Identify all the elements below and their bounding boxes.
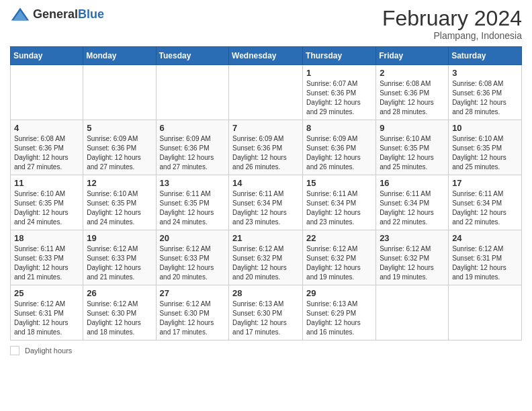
day-info: Sunrise: 6:08 AM Sunset: 6:36 PM Dayligh… bbox=[452, 79, 518, 117]
calendar-cell: 2Sunrise: 6:08 AM Sunset: 6:36 PM Daylig… bbox=[376, 65, 449, 120]
footer: Daylight hours bbox=[10, 346, 522, 355]
day-info: Sunrise: 6:12 AM Sunset: 6:30 PM Dayligh… bbox=[160, 300, 226, 337]
title-block: February 2024 Plampang, Indonesia bbox=[382, 7, 522, 41]
day-number: 26 bbox=[87, 288, 152, 298]
weekday-header-monday: Monday bbox=[83, 47, 156, 65]
day-number: 16 bbox=[380, 178, 445, 188]
calendar-cell: 12Sunrise: 6:10 AM Sunset: 6:35 PM Dayli… bbox=[83, 175, 156, 230]
day-info: Sunrise: 6:09 AM Sunset: 6:36 PM Dayligh… bbox=[87, 134, 152, 172]
calendar-cell bbox=[11, 65, 83, 120]
calendar-cell bbox=[229, 65, 303, 120]
week-row-1: 1Sunrise: 6:07 AM Sunset: 6:36 PM Daylig… bbox=[11, 65, 522, 120]
day-number: 9 bbox=[380, 123, 445, 133]
day-number: 22 bbox=[306, 233, 372, 243]
day-info: Sunrise: 6:12 AM Sunset: 6:32 PM Dayligh… bbox=[232, 244, 299, 282]
day-number: 4 bbox=[14, 123, 79, 133]
day-info: Sunrise: 6:11 AM Sunset: 6:34 PM Dayligh… bbox=[306, 189, 372, 227]
calendar-cell: 4Sunrise: 6:08 AM Sunset: 6:36 PM Daylig… bbox=[11, 120, 83, 175]
logo-blue: Blue bbox=[78, 7, 104, 21]
day-number: 11 bbox=[14, 178, 79, 188]
day-number: 18 bbox=[14, 233, 79, 243]
day-number: 13 bbox=[160, 178, 226, 188]
day-number: 28 bbox=[232, 288, 299, 298]
calendar-cell: 3Sunrise: 6:08 AM Sunset: 6:36 PM Daylig… bbox=[449, 65, 522, 120]
week-row-5: 25Sunrise: 6:12 AM Sunset: 6:31 PM Dayli… bbox=[11, 285, 522, 340]
weekday-header-saturday: Saturday bbox=[449, 47, 522, 65]
day-info: Sunrise: 6:11 AM Sunset: 6:33 PM Dayligh… bbox=[14, 244, 79, 282]
weekday-header-tuesday: Tuesday bbox=[156, 47, 229, 65]
day-info: Sunrise: 6:09 AM Sunset: 6:36 PM Dayligh… bbox=[306, 134, 372, 172]
month-year-title: February 2024 bbox=[382, 7, 522, 30]
calendar-cell: 10Sunrise: 6:10 AM Sunset: 6:35 PM Dayli… bbox=[449, 120, 522, 175]
location-subtitle: Plampang, Indonesia bbox=[382, 30, 522, 41]
logo-general: General bbox=[33, 7, 78, 21]
day-info: Sunrise: 6:08 AM Sunset: 6:36 PM Dayligh… bbox=[380, 79, 445, 117]
calendar-cell: 15Sunrise: 6:11 AM Sunset: 6:34 PM Dayli… bbox=[303, 175, 376, 230]
logo-text: GeneralBlue bbox=[33, 7, 104, 21]
weekday-header-row: SundayMondayTuesdayWednesdayThursdayFrid… bbox=[11, 47, 522, 65]
calendar-cell: 22Sunrise: 6:12 AM Sunset: 6:32 PM Dayli… bbox=[303, 230, 376, 285]
day-info: Sunrise: 6:11 AM Sunset: 6:34 PM Dayligh… bbox=[380, 189, 445, 227]
day-number: 27 bbox=[160, 288, 226, 298]
calendar-cell: 28Sunrise: 6:13 AM Sunset: 6:30 PM Dayli… bbox=[229, 285, 303, 340]
day-info: Sunrise: 6:11 AM Sunset: 6:35 PM Dayligh… bbox=[160, 189, 226, 227]
calendar-cell: 29Sunrise: 6:13 AM Sunset: 6:29 PM Dayli… bbox=[303, 285, 376, 340]
calendar-cell: 16Sunrise: 6:11 AM Sunset: 6:34 PM Dayli… bbox=[376, 175, 449, 230]
calendar-cell: 17Sunrise: 6:11 AM Sunset: 6:34 PM Dayli… bbox=[449, 175, 522, 230]
day-number: 20 bbox=[160, 233, 226, 243]
day-info: Sunrise: 6:10 AM Sunset: 6:35 PM Dayligh… bbox=[87, 189, 152, 227]
calendar-cell: 7Sunrise: 6:09 AM Sunset: 6:36 PM Daylig… bbox=[229, 120, 303, 175]
day-number: 24 bbox=[452, 233, 518, 243]
day-info: Sunrise: 6:11 AM Sunset: 6:34 PM Dayligh… bbox=[232, 189, 299, 227]
day-info: Sunrise: 6:10 AM Sunset: 6:35 PM Dayligh… bbox=[14, 189, 79, 227]
day-number: 7 bbox=[232, 123, 299, 133]
day-number: 1 bbox=[306, 68, 372, 78]
week-row-3: 11Sunrise: 6:10 AM Sunset: 6:35 PM Dayli… bbox=[11, 175, 522, 230]
logo-icon bbox=[10, 7, 30, 21]
calendar-cell: 9Sunrise: 6:10 AM Sunset: 6:35 PM Daylig… bbox=[376, 120, 449, 175]
calendar-cell: 27Sunrise: 6:12 AM Sunset: 6:30 PM Dayli… bbox=[156, 285, 229, 340]
day-info: Sunrise: 6:10 AM Sunset: 6:35 PM Dayligh… bbox=[380, 134, 445, 172]
daylight-label: Daylight hours bbox=[25, 347, 72, 355]
calendar-cell: 6Sunrise: 6:09 AM Sunset: 6:36 PM Daylig… bbox=[156, 120, 229, 175]
calendar-cell: 14Sunrise: 6:11 AM Sunset: 6:34 PM Dayli… bbox=[229, 175, 303, 230]
day-number: 8 bbox=[306, 123, 372, 133]
day-info: Sunrise: 6:10 AM Sunset: 6:35 PM Dayligh… bbox=[452, 134, 518, 172]
day-number: 6 bbox=[160, 123, 226, 133]
day-info: Sunrise: 6:12 AM Sunset: 6:31 PM Dayligh… bbox=[452, 244, 518, 282]
week-row-2: 4Sunrise: 6:08 AM Sunset: 6:36 PM Daylig… bbox=[11, 120, 522, 175]
day-number: 17 bbox=[452, 178, 518, 188]
day-info: Sunrise: 6:09 AM Sunset: 6:36 PM Dayligh… bbox=[160, 134, 226, 172]
day-number: 29 bbox=[306, 288, 372, 298]
calendar-cell bbox=[449, 285, 522, 340]
day-info: Sunrise: 6:12 AM Sunset: 6:32 PM Dayligh… bbox=[306, 244, 372, 282]
week-row-4: 18Sunrise: 6:11 AM Sunset: 6:33 PM Dayli… bbox=[11, 230, 522, 285]
calendar-cell: 11Sunrise: 6:10 AM Sunset: 6:35 PM Dayli… bbox=[11, 175, 83, 230]
calendar-cell: 21Sunrise: 6:12 AM Sunset: 6:32 PM Dayli… bbox=[229, 230, 303, 285]
weekday-header-wednesday: Wednesday bbox=[229, 47, 303, 65]
calendar-cell: 25Sunrise: 6:12 AM Sunset: 6:31 PM Dayli… bbox=[11, 285, 83, 340]
logo: GeneralBlue bbox=[10, 7, 104, 21]
day-info: Sunrise: 6:12 AM Sunset: 6:32 PM Dayligh… bbox=[380, 244, 445, 282]
calendar-cell: 5Sunrise: 6:09 AM Sunset: 6:36 PM Daylig… bbox=[83, 120, 156, 175]
calendar-cell: 13Sunrise: 6:11 AM Sunset: 6:35 PM Dayli… bbox=[156, 175, 229, 230]
day-number: 5 bbox=[87, 123, 152, 133]
day-info: Sunrise: 6:12 AM Sunset: 6:33 PM Dayligh… bbox=[87, 244, 152, 282]
day-info: Sunrise: 6:09 AM Sunset: 6:36 PM Dayligh… bbox=[232, 134, 299, 172]
calendar-table: SundayMondayTuesdayWednesdayThursdayFrid… bbox=[10, 46, 522, 340]
calendar-cell: 1Sunrise: 6:07 AM Sunset: 6:36 PM Daylig… bbox=[303, 65, 376, 120]
calendar-cell bbox=[83, 65, 156, 120]
calendar-cell: 19Sunrise: 6:12 AM Sunset: 6:33 PM Dayli… bbox=[83, 230, 156, 285]
day-info: Sunrise: 6:07 AM Sunset: 6:36 PM Dayligh… bbox=[306, 79, 372, 117]
calendar-cell: 24Sunrise: 6:12 AM Sunset: 6:31 PM Dayli… bbox=[449, 230, 522, 285]
day-info: Sunrise: 6:12 AM Sunset: 6:31 PM Dayligh… bbox=[14, 300, 79, 337]
weekday-header-thursday: Thursday bbox=[303, 47, 376, 65]
calendar-cell: 20Sunrise: 6:12 AM Sunset: 6:33 PM Dayli… bbox=[156, 230, 229, 285]
calendar-cell bbox=[156, 65, 229, 120]
calendar-cell: 8Sunrise: 6:09 AM Sunset: 6:36 PM Daylig… bbox=[303, 120, 376, 175]
day-number: 2 bbox=[380, 68, 445, 78]
calendar-cell: 18Sunrise: 6:11 AM Sunset: 6:33 PM Dayli… bbox=[11, 230, 83, 285]
calendar-cell: 26Sunrise: 6:12 AM Sunset: 6:30 PM Dayli… bbox=[83, 285, 156, 340]
day-number: 19 bbox=[87, 233, 152, 243]
day-info: Sunrise: 6:12 AM Sunset: 6:30 PM Dayligh… bbox=[87, 300, 152, 337]
